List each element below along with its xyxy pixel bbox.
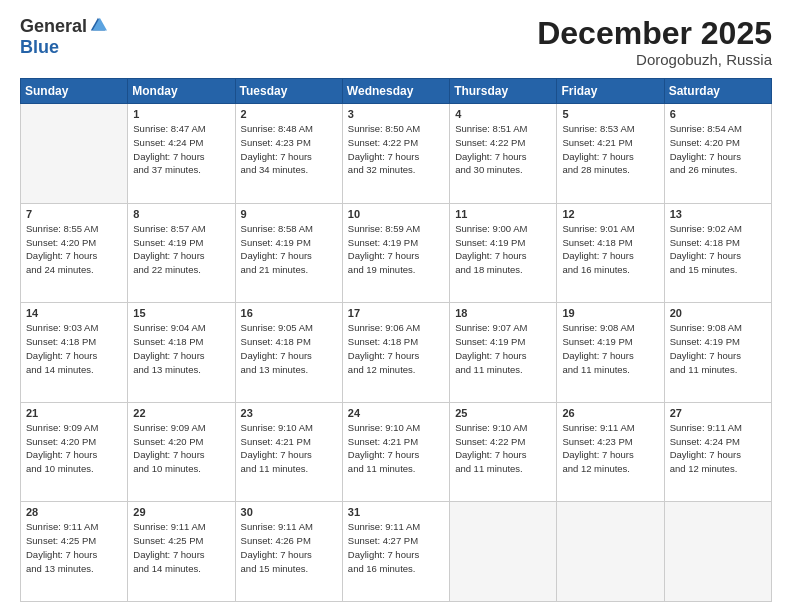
day-info: Sunrise: 9:09 AMSunset: 4:20 PMDaylight:… (26, 421, 122, 476)
week-row-1: 1Sunrise: 8:47 AMSunset: 4:24 PMDaylight… (21, 104, 772, 204)
day-info: Sunrise: 9:08 AMSunset: 4:19 PMDaylight:… (670, 321, 766, 376)
day-info: Sunrise: 9:11 AMSunset: 4:27 PMDaylight:… (348, 520, 444, 575)
day-number: 20 (670, 307, 766, 319)
day-info: Sunrise: 9:10 AMSunset: 4:22 PMDaylight:… (455, 421, 551, 476)
day-cell: 28Sunrise: 9:11 AMSunset: 4:25 PMDayligh… (21, 502, 128, 602)
day-cell: 4Sunrise: 8:51 AMSunset: 4:22 PMDaylight… (450, 104, 557, 204)
day-info: Sunrise: 9:00 AMSunset: 4:19 PMDaylight:… (455, 222, 551, 277)
day-number: 28 (26, 506, 122, 518)
day-info: Sunrise: 9:09 AMSunset: 4:20 PMDaylight:… (133, 421, 229, 476)
day-info: Sunrise: 8:57 AMSunset: 4:19 PMDaylight:… (133, 222, 229, 277)
weekday-header-thursday: Thursday (450, 79, 557, 104)
day-number: 19 (562, 307, 658, 319)
day-number: 24 (348, 407, 444, 419)
day-number: 7 (26, 208, 122, 220)
day-info: Sunrise: 8:50 AMSunset: 4:22 PMDaylight:… (348, 122, 444, 177)
day-cell: 30Sunrise: 9:11 AMSunset: 4:26 PMDayligh… (235, 502, 342, 602)
day-info: Sunrise: 9:08 AMSunset: 4:19 PMDaylight:… (562, 321, 658, 376)
day-cell: 11Sunrise: 9:00 AMSunset: 4:19 PMDayligh… (450, 203, 557, 303)
day-cell: 21Sunrise: 9:09 AMSunset: 4:20 PMDayligh… (21, 402, 128, 502)
day-cell (21, 104, 128, 204)
day-cell: 13Sunrise: 9:02 AMSunset: 4:18 PMDayligh… (664, 203, 771, 303)
day-number: 13 (670, 208, 766, 220)
day-cell: 27Sunrise: 9:11 AMSunset: 4:24 PMDayligh… (664, 402, 771, 502)
day-info: Sunrise: 8:58 AMSunset: 4:19 PMDaylight:… (241, 222, 337, 277)
day-info: Sunrise: 8:53 AMSunset: 4:21 PMDaylight:… (562, 122, 658, 177)
day-info: Sunrise: 9:11 AMSunset: 4:23 PMDaylight:… (562, 421, 658, 476)
day-number: 4 (455, 108, 551, 120)
week-row-4: 21Sunrise: 9:09 AMSunset: 4:20 PMDayligh… (21, 402, 772, 502)
day-cell: 31Sunrise: 9:11 AMSunset: 4:27 PMDayligh… (342, 502, 449, 602)
day-info: Sunrise: 9:02 AMSunset: 4:18 PMDaylight:… (670, 222, 766, 277)
day-number: 31 (348, 506, 444, 518)
day-cell: 8Sunrise: 8:57 AMSunset: 4:19 PMDaylight… (128, 203, 235, 303)
day-cell: 23Sunrise: 9:10 AMSunset: 4:21 PMDayligh… (235, 402, 342, 502)
day-cell: 24Sunrise: 9:10 AMSunset: 4:21 PMDayligh… (342, 402, 449, 502)
page: General Blue December 2025 Dorogobuzh, R… (0, 0, 792, 612)
day-number: 3 (348, 108, 444, 120)
day-cell: 22Sunrise: 9:09 AMSunset: 4:20 PMDayligh… (128, 402, 235, 502)
day-info: Sunrise: 9:07 AMSunset: 4:19 PMDaylight:… (455, 321, 551, 376)
weekday-header-tuesday: Tuesday (235, 79, 342, 104)
day-number: 16 (241, 307, 337, 319)
weekday-header-monday: Monday (128, 79, 235, 104)
day-number: 23 (241, 407, 337, 419)
day-cell: 25Sunrise: 9:10 AMSunset: 4:22 PMDayligh… (450, 402, 557, 502)
day-cell: 16Sunrise: 9:05 AMSunset: 4:18 PMDayligh… (235, 303, 342, 403)
title-block: December 2025 Dorogobuzh, Russia (537, 16, 772, 68)
day-cell (664, 502, 771, 602)
day-info: Sunrise: 9:11 AMSunset: 4:26 PMDaylight:… (241, 520, 337, 575)
day-number: 10 (348, 208, 444, 220)
day-number: 25 (455, 407, 551, 419)
day-cell (450, 502, 557, 602)
day-info: Sunrise: 9:11 AMSunset: 4:25 PMDaylight:… (26, 520, 122, 575)
day-number: 11 (455, 208, 551, 220)
day-info: Sunrise: 8:59 AMSunset: 4:19 PMDaylight:… (348, 222, 444, 277)
day-cell: 12Sunrise: 9:01 AMSunset: 4:18 PMDayligh… (557, 203, 664, 303)
weekday-header-saturday: Saturday (664, 79, 771, 104)
day-info: Sunrise: 9:05 AMSunset: 4:18 PMDaylight:… (241, 321, 337, 376)
day-info: Sunrise: 9:10 AMSunset: 4:21 PMDaylight:… (348, 421, 444, 476)
day-number: 17 (348, 307, 444, 319)
day-number: 12 (562, 208, 658, 220)
weekday-header-friday: Friday (557, 79, 664, 104)
day-info: Sunrise: 8:55 AMSunset: 4:20 PMDaylight:… (26, 222, 122, 277)
day-info: Sunrise: 9:01 AMSunset: 4:18 PMDaylight:… (562, 222, 658, 277)
week-row-3: 14Sunrise: 9:03 AMSunset: 4:18 PMDayligh… (21, 303, 772, 403)
day-info: Sunrise: 9:03 AMSunset: 4:18 PMDaylight:… (26, 321, 122, 376)
header: General Blue December 2025 Dorogobuzh, R… (20, 16, 772, 68)
logo: General Blue (20, 16, 107, 58)
day-info: Sunrise: 8:51 AMSunset: 4:22 PMDaylight:… (455, 122, 551, 177)
weekday-header-row: SundayMondayTuesdayWednesdayThursdayFrid… (21, 79, 772, 104)
day-cell: 18Sunrise: 9:07 AMSunset: 4:19 PMDayligh… (450, 303, 557, 403)
day-cell: 17Sunrise: 9:06 AMSunset: 4:18 PMDayligh… (342, 303, 449, 403)
day-info: Sunrise: 9:06 AMSunset: 4:18 PMDaylight:… (348, 321, 444, 376)
day-cell: 7Sunrise: 8:55 AMSunset: 4:20 PMDaylight… (21, 203, 128, 303)
day-cell: 29Sunrise: 9:11 AMSunset: 4:25 PMDayligh… (128, 502, 235, 602)
day-info: Sunrise: 9:11 AMSunset: 4:25 PMDaylight:… (133, 520, 229, 575)
day-cell (557, 502, 664, 602)
day-cell: 15Sunrise: 9:04 AMSunset: 4:18 PMDayligh… (128, 303, 235, 403)
day-info: Sunrise: 8:54 AMSunset: 4:20 PMDaylight:… (670, 122, 766, 177)
month-title: December 2025 (537, 16, 772, 51)
weekday-header-sunday: Sunday (21, 79, 128, 104)
location: Dorogobuzh, Russia (537, 51, 772, 68)
day-number: 18 (455, 307, 551, 319)
day-number: 2 (241, 108, 337, 120)
day-cell: 10Sunrise: 8:59 AMSunset: 4:19 PMDayligh… (342, 203, 449, 303)
day-number: 27 (670, 407, 766, 419)
day-number: 1 (133, 108, 229, 120)
day-cell: 20Sunrise: 9:08 AMSunset: 4:19 PMDayligh… (664, 303, 771, 403)
day-info: Sunrise: 8:47 AMSunset: 4:24 PMDaylight:… (133, 122, 229, 177)
day-number: 22 (133, 407, 229, 419)
day-number: 15 (133, 307, 229, 319)
day-number: 14 (26, 307, 122, 319)
day-cell: 1Sunrise: 8:47 AMSunset: 4:24 PMDaylight… (128, 104, 235, 204)
day-cell: 9Sunrise: 8:58 AMSunset: 4:19 PMDaylight… (235, 203, 342, 303)
week-row-2: 7Sunrise: 8:55 AMSunset: 4:20 PMDaylight… (21, 203, 772, 303)
logo-blue: Blue (20, 37, 107, 58)
day-number: 8 (133, 208, 229, 220)
day-number: 9 (241, 208, 337, 220)
day-cell: 3Sunrise: 8:50 AMSunset: 4:22 PMDaylight… (342, 104, 449, 204)
day-cell: 14Sunrise: 9:03 AMSunset: 4:18 PMDayligh… (21, 303, 128, 403)
